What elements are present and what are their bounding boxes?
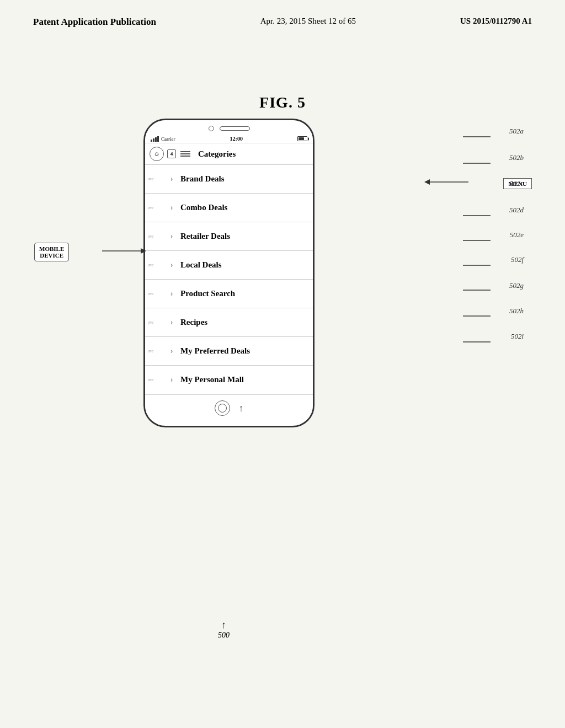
list-item[interactable]: me › Retailer Deals (145, 222, 313, 251)
phone-bottom-bar: ↑ (145, 394, 313, 419)
ref-502f-arrow (463, 261, 493, 269)
ref-502i-arrow (463, 338, 493, 346)
menu-list: me › Brand Deals me › Combo Deals me › R… (145, 165, 313, 394)
ref-502i: 502i (511, 332, 524, 341)
signal-bars-icon (151, 136, 159, 142)
ref-502c: 502c (510, 179, 524, 188)
chevron-right-icon: › (166, 175, 177, 184)
ref-502g: 502g (509, 281, 524, 290)
ref-502a: 502a (509, 127, 524, 136)
menu-icon[interactable] (179, 150, 191, 158)
retailer-deals-label: Retailer Deals (177, 232, 310, 241)
ref-502e-arrow (463, 236, 493, 244)
list-item[interactable]: me › Local Deals (145, 251, 313, 280)
page-header: Patent Application Publication Apr. 23, … (33, 17, 532, 28)
menu-line-2 (180, 153, 190, 154)
battery-fill (299, 137, 304, 140)
status-bar: Carrier 12:00 (145, 135, 313, 143)
speaker-icon (220, 126, 250, 131)
chevron-right-icon: › (166, 232, 177, 241)
ref-502f: 502f (511, 255, 524, 264)
my-personal-mall-label: My Personal Mall (177, 375, 310, 384)
ref-502h-arrow (463, 312, 493, 320)
chevron-right-icon: › (166, 261, 177, 270)
item-thumbnail: me (148, 377, 166, 382)
list-item[interactable]: me › Product Search (145, 280, 313, 308)
svg-marker-1 (141, 248, 146, 254)
carrier-area: Carrier (151, 136, 175, 142)
item-thumbnail: me (148, 291, 166, 296)
menu-line-1 (180, 151, 190, 152)
phone-top-bar (145, 120, 313, 135)
list-item[interactable]: me › My Preferred Deals (145, 337, 313, 366)
profile-icon[interactable]: ☺ (150, 147, 164, 161)
brand-deals-label: Brand Deals (177, 174, 310, 184)
nav-title: Categories (198, 149, 236, 159)
combo-deals-label: Combo Deals (177, 203, 310, 212)
chevron-right-icon: › (166, 347, 177, 356)
ref-502b: 502b (509, 153, 524, 162)
back-arrow-icon[interactable]: ↑ (239, 403, 244, 414)
product-search-label: Product Search (177, 289, 310, 298)
item-thumbnail: me (148, 176, 166, 181)
patent-number: US 2015/0112790 A1 (460, 17, 532, 26)
carrier-label: Carrier (161, 136, 175, 142)
chevron-right-icon: › (166, 376, 177, 384)
ref-502e: 502e (510, 231, 524, 239)
fig-500-label: 500 (218, 631, 230, 640)
mobile-device-arrow (102, 243, 146, 259)
mobile-device: Carrier 12:00 ☺ 4 Categories me › Brand … (143, 119, 315, 427)
nav-bar: ☺ 4 Categories (145, 143, 313, 165)
menu-callout-arrow (424, 176, 468, 188)
publication-date: Apr. 23, 2015 Sheet 12 of 65 (260, 17, 356, 26)
svg-marker-5 (424, 179, 430, 185)
item-thumbnail: me (148, 234, 166, 239)
item-thumbnail: me (148, 263, 166, 267)
home-button[interactable] (215, 400, 230, 416)
list-item[interactable]: me › Recipes (145, 308, 313, 337)
item-thumbnail: me (148, 349, 166, 354)
menu-line-3 (180, 156, 190, 157)
up-arrow-icon: ↑ (221, 619, 226, 631)
ref-502d-arrow (463, 211, 493, 220)
fig-500-area: ↑ 500 (218, 619, 230, 640)
figure-label: FIG. 5 (259, 94, 306, 111)
ref-502h: 502h (509, 307, 524, 315)
notification-badge[interactable]: 4 (167, 149, 176, 158)
chevron-right-icon: › (166, 204, 177, 212)
item-thumbnail: me (148, 205, 166, 210)
ref-502a-arrow (463, 132, 493, 141)
home-button-inner (218, 404, 227, 413)
item-thumbnail: me (148, 320, 166, 325)
my-preferred-deals-label: My Preferred Deals (177, 346, 310, 356)
list-item[interactable]: me › Brand Deals (145, 165, 313, 194)
chevron-right-icon: › (166, 290, 177, 298)
camera-icon (209, 126, 214, 131)
local-deals-label: Local Deals (177, 260, 310, 270)
list-item[interactable]: me › Combo Deals (145, 194, 313, 222)
recipes-label: Recipes (177, 318, 310, 327)
battery-icon (297, 136, 307, 141)
mobile-device-label: MOBILEDEVICE (34, 243, 69, 261)
time-display: 12:00 (230, 136, 243, 142)
ref-502d: 502d (509, 206, 524, 215)
list-item[interactable]: me › My Personal Mall (145, 366, 313, 394)
chevron-right-icon: › (166, 318, 177, 327)
ref-502b-arrow (463, 159, 493, 167)
ref-502g-arrow (463, 286, 493, 294)
patent-title: Patent Application Publication (33, 17, 156, 28)
